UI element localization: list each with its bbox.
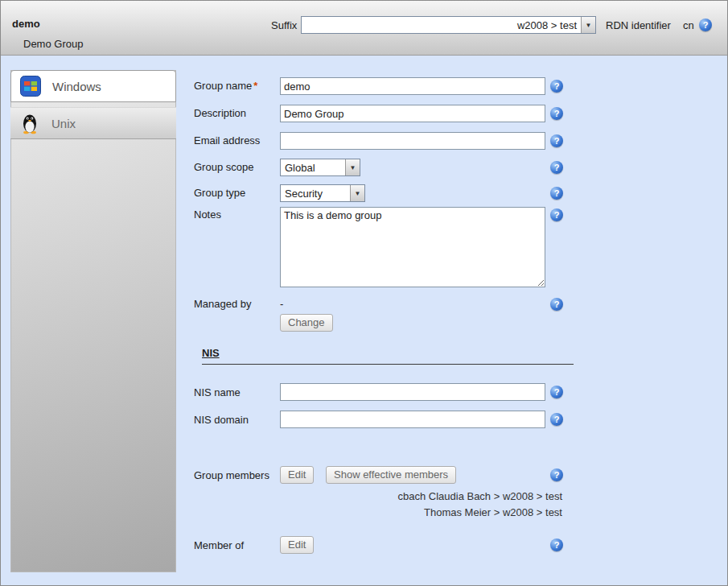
tab-unix-label: Unix <box>51 117 76 130</box>
member-of-edit-button[interactable]: Edit <box>280 536 314 554</box>
suffix-select[interactable]: w2008 > test ▼ <box>301 16 596 34</box>
managed-by-change-button[interactable]: Change <box>280 314 333 332</box>
help-icon-nis-domain[interactable]: ? <box>550 413 563 426</box>
help-icon-group-type[interactable]: ? <box>550 187 563 200</box>
chevron-down-icon: ▼ <box>345 159 360 175</box>
group-members-label: Group members <box>194 469 269 481</box>
help-icon-description[interactable]: ? <box>550 107 563 120</box>
chevron-down-icon: ▼ <box>581 17 595 33</box>
show-effective-members-button[interactable]: Show effective members <box>326 466 456 484</box>
group-type-label: Group type <box>194 187 245 199</box>
group-type-select[interactable]: Security ▼ <box>280 184 365 202</box>
description-label: Description <box>194 107 246 119</box>
group-scope-label: Group scope <box>194 161 253 173</box>
help-icon-email[interactable]: ? <box>550 134 563 147</box>
group-name-label: Group name* <box>194 80 257 92</box>
member-of-label: Member of <box>194 539 244 551</box>
group-edit-window: demo Demo Group Suffix w2008 > test ▼ RD… <box>0 0 728 586</box>
group-member-item: Thomas Meier > w2008 > test <box>274 505 562 521</box>
email-input[interactable] <box>280 132 545 150</box>
help-icon-rdn[interactable]: ? <box>699 19 712 31</box>
group-scope-select[interactable]: Global ▼ <box>280 159 360 176</box>
help-icon-member-of[interactable]: ? <box>550 539 563 551</box>
suffix-select-value: w2008 > test <box>302 19 581 31</box>
managed-by-label: Managed by <box>194 298 252 310</box>
nis-name-label: NIS name <box>194 386 241 398</box>
description-input[interactable] <box>280 105 545 122</box>
help-icon-managed-by[interactable]: ? <box>550 298 563 311</box>
help-icon-group-name[interactable]: ? <box>550 80 563 93</box>
notes-label: Notes <box>194 208 221 221</box>
nis-name-input[interactable] <box>280 383 545 401</box>
chevron-down-icon: ▼ <box>350 185 364 201</box>
tux-penguin-icon <box>19 112 41 134</box>
suffix-label: Suffix <box>271 19 297 31</box>
nis-section-heading: NIS <box>202 347 574 365</box>
group-members-edit-button[interactable]: Edit <box>280 466 314 484</box>
group-type-value: Security <box>281 188 350 200</box>
nis-domain-label: NIS domain <box>194 414 249 426</box>
group-name-input[interactable] <box>280 77 545 95</box>
managed-by-value: - <box>280 298 283 310</box>
page-subtitle: Demo Group <box>23 38 83 50</box>
group-scope-value: Global <box>281 162 345 174</box>
page-title: demo <box>12 18 40 30</box>
windows-logo-icon <box>19 75 42 97</box>
email-label: Email address <box>194 134 260 146</box>
help-icon-group-members[interactable]: ? <box>550 468 563 481</box>
required-asterisk: * <box>253 80 257 92</box>
rdn-identifier-value: cn <box>683 19 694 31</box>
help-icon-nis-name[interactable]: ? <box>550 386 563 398</box>
tab-windows[interactable]: Windows <box>10 70 176 102</box>
rdn-identifier-label: RDN identifier <box>606 19 671 31</box>
notes-textarea[interactable]: This is a demo group <box>280 207 545 287</box>
tab-unix[interactable]: Unix <box>10 107 176 139</box>
group-member-item: cbach Claudia Bach > w2008 > test <box>274 489 562 505</box>
sidebar-panel <box>10 70 176 572</box>
group-members-list: cbach Claudia Bach > w2008 > test Thomas… <box>274 489 562 521</box>
nis-domain-input[interactable] <box>280 411 545 428</box>
tab-windows-label: Windows <box>52 80 101 93</box>
header-bar: demo Demo Group Suffix w2008 > test ▼ RD… <box>1 1 727 56</box>
help-icon-notes[interactable]: ? <box>550 208 563 221</box>
help-icon-group-scope[interactable]: ? <box>550 161 563 174</box>
